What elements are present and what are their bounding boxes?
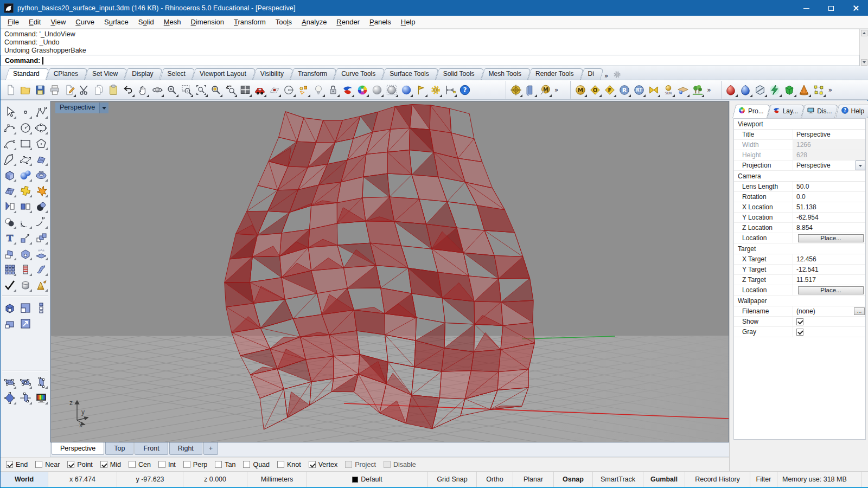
- row-value[interactable]: 11.517: [793, 275, 865, 285]
- box-icon[interactable]: [2, 167, 17, 183]
- menu-panels[interactable]: Panels: [365, 16, 396, 28]
- viewport[interactable]: zyx Perspective: [50, 101, 729, 442]
- row-value[interactable]: -62.954: [793, 213, 865, 222]
- status-ortho[interactable]: Ortho: [477, 472, 513, 487]
- array-grid-icon[interactable]: [2, 261, 17, 277]
- menu-analyze[interactable]: Analyze: [297, 16, 331, 28]
- bowtie-icon[interactable]: [646, 82, 661, 98]
- row-value[interactable]: Perspective: [793, 160, 865, 170]
- status-grid[interactable]: Grid Snap: [428, 472, 477, 487]
- sphere-xray-icon[interactable]: [384, 82, 399, 98]
- gray-checkbox[interactable]: [796, 329, 803, 336]
- hex-slash-icon[interactable]: [753, 82, 768, 98]
- circles2-icon[interactable]: [2, 214, 17, 230]
- sphere-rendered-icon[interactable]: [399, 82, 413, 98]
- color-wheel-icon[interactable]: [355, 82, 369, 98]
- ellipse-icon[interactable]: [33, 120, 49, 136]
- torus-icon[interactable]: [33, 167, 49, 183]
- paste-icon[interactable]: [106, 82, 120, 98]
- row-value[interactable]: Perspective: [793, 130, 865, 139]
- viewport-menu-arrow-icon[interactable]: [99, 102, 108, 113]
- toolbar-tab-mesh-tools[interactable]: Mesh Tools: [483, 68, 529, 80]
- command-line[interactable]: Command:: [1, 55, 859, 66]
- car-icon[interactable]: [252, 82, 267, 98]
- toolbar-tab-visibility[interactable]: Visibility: [254, 68, 292, 80]
- array-up-icon[interactable]: [33, 246, 49, 261]
- text-t-icon[interactable]: T: [2, 230, 17, 246]
- row-value[interactable]: 50.0: [793, 182, 865, 191]
- copy-obj-icon[interactable]: [33, 230, 49, 246]
- rt-badge-icon[interactable]: RT: [631, 82, 646, 98]
- menu-surface[interactable]: Surface: [99, 16, 133, 28]
- osnap-knot-checkbox[interactable]: [277, 461, 284, 468]
- srf-pts-icon[interactable]: [17, 151, 33, 167]
- flag-icon[interactable]: [413, 82, 428, 98]
- blob-blue-icon[interactable]: [738, 82, 753, 98]
- menu-dimension[interactable]: Dimension: [186, 16, 229, 28]
- move-icon[interactable]: [17, 230, 33, 246]
- vp-box-icon[interactable]: [2, 300, 17, 316]
- toolbar-tabs-overflow-chevron[interactable]: »: [602, 72, 610, 80]
- print-icon[interactable]: [47, 82, 62, 98]
- scroll-down-icon[interactable]: [861, 59, 867, 66]
- lightbulb-icon[interactable]: [311, 82, 326, 98]
- cp-monitor-icon[interactable]: [33, 390, 49, 406]
- osnap-point-checkbox[interactable]: [67, 461, 74, 468]
- extend-icon[interactable]: [33, 214, 49, 230]
- split-icon[interactable]: [17, 198, 33, 214]
- row-value[interactable]: 12.456: [793, 254, 865, 264]
- curve-pts-icon[interactable]: [2, 120, 17, 136]
- minimize-button[interactable]: [794, 1, 819, 16]
- osnap-mid-checkbox[interactable]: [100, 461, 107, 468]
- join-icon[interactable]: [33, 198, 49, 214]
- ground-plane-icon[interactable]: [675, 82, 690, 98]
- vp-stack-icon[interactable]: [33, 300, 49, 316]
- select-points-icon[interactable]: [296, 82, 311, 98]
- status-osnap[interactable]: Osnap: [554, 472, 593, 487]
- cp-grid2-icon[interactable]: [17, 374, 33, 390]
- copy-icon[interactable]: [91, 82, 106, 98]
- toolbar-tab-curve-tools[interactable]: Curve Tools: [335, 68, 384, 80]
- panel-tab-pro[interactable]: Pro...: [734, 105, 769, 118]
- row-value[interactable]: 8.854: [793, 223, 865, 233]
- osnap-perp-checkbox[interactable]: [183, 461, 190, 468]
- shaded-swoosh-icon[interactable]: [340, 82, 355, 98]
- block-red-icon[interactable]: [17, 261, 33, 277]
- m-badge-icon[interactable]: M: [573, 82, 588, 98]
- notes-pen-icon[interactable]: [62, 82, 76, 98]
- cp-vert-icon[interactable]: [33, 374, 49, 390]
- status-planar[interactable]: Planar: [513, 472, 554, 487]
- osnap-quad[interactable]: Quad: [243, 461, 270, 468]
- menu-mesh[interactable]: Mesh: [159, 16, 186, 28]
- status-record[interactable]: Record History: [685, 472, 750, 487]
- undo-icon[interactable]: [120, 82, 135, 98]
- open-folder-icon[interactable]: [18, 82, 33, 98]
- osnap-end-checkbox[interactable]: [6, 461, 13, 468]
- cut-icon[interactable]: [76, 82, 91, 98]
- osnap-cen-checkbox[interactable]: [129, 461, 136, 468]
- row-value[interactable]: 628: [793, 150, 865, 160]
- row-value[interactable]: 0.0: [793, 192, 865, 202]
- zoom-dynamic-icon[interactable]: [164, 82, 179, 98]
- osnap-cen[interactable]: Cen: [129, 461, 151, 468]
- command-scrollbar[interactable]: [859, 29, 868, 66]
- freeform-icon[interactable]: [2, 151, 17, 167]
- polygon-icon[interactable]: [33, 136, 49, 151]
- gears-icon[interactable]: [428, 82, 443, 98]
- blob-red-icon[interactable]: [724, 82, 738, 98]
- osnap-project[interactable]: Project: [345, 461, 376, 468]
- osnap-vertex-checkbox[interactable]: [309, 461, 316, 468]
- osnap-perp[interactable]: Perp: [183, 461, 207, 468]
- osnap-int-checkbox[interactable]: [158, 461, 165, 468]
- viewport-canvas[interactable]: zyx: [51, 101, 729, 442]
- menu-solid[interactable]: Solid: [133, 16, 159, 28]
- dimension-icon[interactable]: [443, 82, 457, 98]
- row-value[interactable]: (none)...: [793, 306, 865, 316]
- osnap-int[interactable]: Int: [158, 461, 176, 468]
- status-smarttrack[interactable]: SmartTrack: [593, 472, 643, 487]
- vp-pane-icon[interactable]: [17, 300, 33, 316]
- toolbar-gear-icon[interactable]: [611, 69, 622, 80]
- cp-grid1-icon[interactable]: [2, 374, 17, 390]
- green-box-icon[interactable]: [782, 82, 797, 98]
- viewport-tab-right[interactable]: Right: [169, 442, 202, 455]
